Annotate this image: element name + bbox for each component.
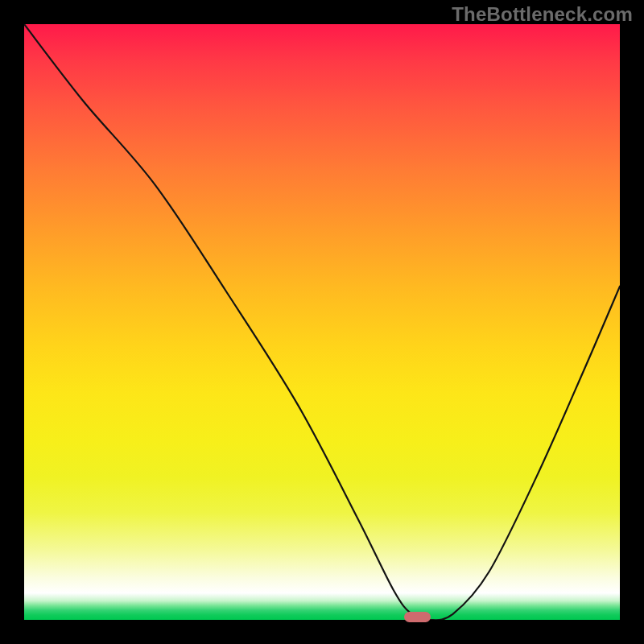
optimal-marker [404, 612, 431, 622]
curve-path [24, 24, 620, 620]
watermark-text: TheBottleneck.com [452, 3, 633, 26]
plot-area [24, 24, 620, 620]
chart-frame: TheBottleneck.com [0, 0, 644, 644]
bottleneck-curve [24, 24, 620, 620]
